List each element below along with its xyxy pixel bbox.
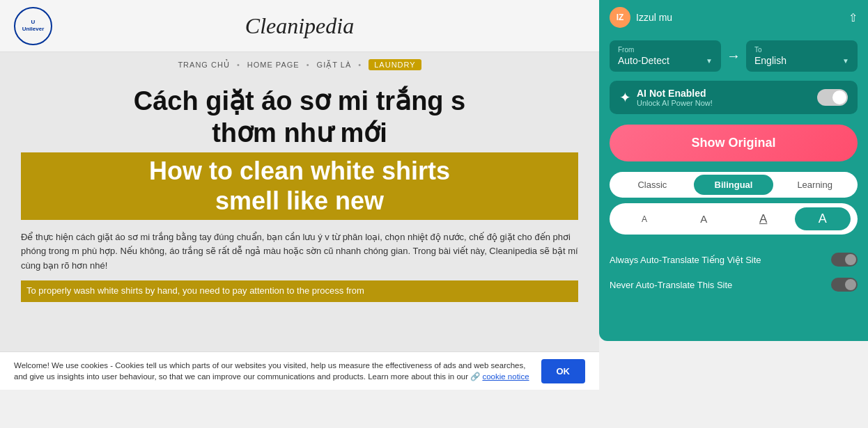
translator-panel: IZ Izzul mu ⇧ From Auto-Detect ▼ → To En… <box>599 0 868 341</box>
crumb-separator-1: • <box>237 61 240 69</box>
from-select[interactable]: Auto-Detect ▼ <box>618 55 713 66</box>
main-content: U Unilever Cleanipedia TRANG CHỦ • HOME … <box>0 0 599 390</box>
site-title: Cleanipedia <box>14 13 585 39</box>
to-label: To <box>754 46 849 54</box>
auto-translate-section: Always Auto-Translate Tiếng Việt Site Ne… <box>599 240 868 301</box>
article-text-en: To properly wash white shirts by hand, y… <box>21 280 578 302</box>
user-avatar: IZ <box>610 7 630 28</box>
language-row: From Auto-Detect ▼ → To English ▼ <box>599 35 868 77</box>
article-title-vi: Cách giặt áo sơ mi trắng s thơm như mới <box>21 86 578 149</box>
share-icon[interactable]: ⇧ <box>848 11 858 24</box>
cookie-link-icon: 🔗 <box>470 372 482 381</box>
ai-text-block: AI Not Enabled Unlock AI Power Now! <box>637 88 713 107</box>
user-name: Izzul mu <box>636 12 672 23</box>
auto-translate-never-toggle[interactable] <box>831 278 858 292</box>
font-size-large[interactable]: A <box>736 208 791 230</box>
from-value: Auto-Detect <box>618 55 669 66</box>
from-chevron-icon: ▼ <box>706 57 713 65</box>
mode-tabs: Classic Bilingual Learning <box>610 172 858 198</box>
to-chevron-icon: ▼ <box>842 57 849 65</box>
crumb-3[interactable]: GIẶT LÀ <box>317 61 352 69</box>
right-edge-handle <box>860 139 868 174</box>
article-text-vi: Để thực hiện cách giặt áo sơ mi trắng bằ… <box>21 230 578 274</box>
panel-user-row: IZ Izzul mu ⇧ <box>599 0 868 35</box>
ai-subtitle: Unlock AI Power Now! <box>637 99 713 107</box>
cookie-ok-button[interactable]: OK <box>541 359 586 383</box>
ai-left: ✦ AI Not Enabled Unlock AI Power Now! <box>619 88 713 107</box>
ai-title: AI Not Enabled <box>637 88 713 99</box>
from-label: From <box>618 46 713 54</box>
font-size-medium[interactable]: A <box>676 209 731 229</box>
auto-translate-always-knob <box>845 254 856 265</box>
title-vi-line1: Cách giặt áo sơ mi trắng s <box>134 86 466 116</box>
article-body: Cách giặt áo sơ mi trắng s thơm như mới … <box>0 75 599 312</box>
crumb-separator-2: • <box>307 61 310 69</box>
auto-translate-never-knob <box>845 279 856 290</box>
ai-star-icon: ✦ <box>619 89 631 106</box>
to-select[interactable]: English ▼ <box>754 55 849 66</box>
ai-toggle-row: ✦ AI Not Enabled Unlock AI Power Now! <box>610 81 858 114</box>
crumb-1[interactable]: TRANG CHỦ <box>178 61 229 69</box>
show-original-button[interactable]: Show Original <box>610 125 858 161</box>
title-en-line2: smell like new <box>215 187 384 215</box>
auto-translate-always-toggle[interactable] <box>831 253 858 267</box>
tab-bilingual[interactable]: Bilingual <box>694 175 774 195</box>
cookie-notice-link[interactable]: cookie notice <box>482 372 529 381</box>
to-language-box[interactable]: To English ▼ <box>746 40 858 72</box>
breadcrumb: TRANG CHỦ • HOME PAGE • GIẶT LÀ • LAUNDR… <box>0 52 599 75</box>
crumb-2[interactable]: HOME PAGE <box>247 61 300 69</box>
cookie-bar: Welcome! We use cookies - Cookies tell u… <box>0 351 599 390</box>
to-value: English <box>754 55 786 66</box>
user-info: IZ Izzul mu <box>610 7 672 28</box>
font-size-xlarge[interactable]: A <box>795 207 851 230</box>
from-language-box[interactable]: From Auto-Detect ▼ <box>610 40 721 72</box>
crumb-separator-3: • <box>358 61 362 69</box>
auto-translate-always-label: Always Auto-Translate Tiếng Việt Site <box>610 255 761 265</box>
tab-classic[interactable]: Classic <box>612 175 692 195</box>
title-en-line1: How to clean white shirts <box>149 157 450 185</box>
ai-toggle-knob <box>832 90 846 104</box>
crumb-4-active[interactable]: LAUNDRY <box>369 59 421 70</box>
site-header: U Unilever Cleanipedia <box>0 0 599 52</box>
article-title-en: How to clean white shirts smell like new <box>21 152 578 219</box>
ai-toggle-switch[interactable] <box>817 89 848 106</box>
cookie-text: Welcome! We use cookies - Cookies tell u… <box>14 360 531 382</box>
auto-translate-never-label: Never Auto-Translate This Site <box>610 280 732 290</box>
cookie-message: Welcome! We use cookies - Cookies tell u… <box>14 361 525 381</box>
direction-arrow-icon: → <box>727 48 741 64</box>
auto-translate-never-row: Never Auto-Translate This Site <box>610 272 858 297</box>
auto-translate-always-row: Always Auto-Translate Tiếng Việt Site <box>610 247 858 272</box>
tab-learning[interactable]: Learning <box>775 175 855 195</box>
title-vi-line2: thơm như mới <box>212 118 387 148</box>
font-size-row: A A A A <box>610 203 858 235</box>
font-size-small[interactable]: A <box>617 210 672 228</box>
